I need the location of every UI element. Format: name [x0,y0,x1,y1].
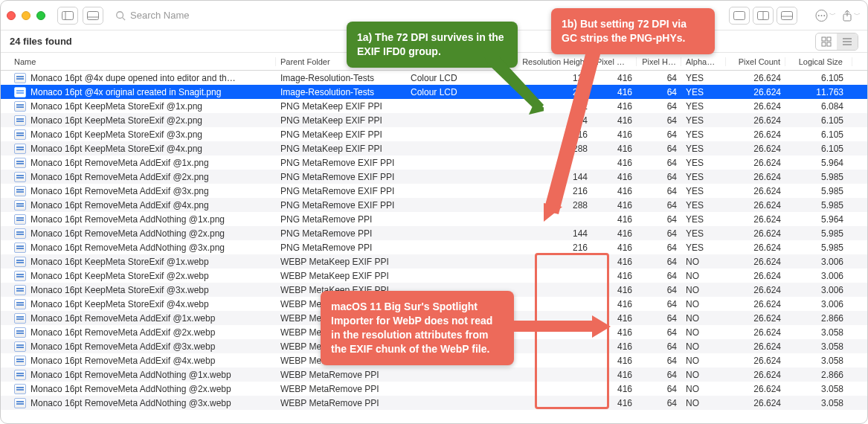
cell-ph: 64 [637,398,681,408]
cell-lsize: 5.964 [785,214,852,225]
table-row[interactable]: Monaco 16pt RemoveMeta AddExif @4x.pngPN… [1,198,867,212]
cell-name: Monaco 16pt RemoveMeta AddExif @2x.webp [1,327,276,338]
cell-parent: WEBP MetaKeep EXIF PPI [276,257,406,267]
cell-ph: 64 [637,158,681,168]
minimize-window-button[interactable] [22,11,30,20]
sidebar-toggle-button[interactable] [57,7,78,25]
chevron-down-icon: ﹀ [854,10,861,20]
cell-parent: PNG MetaRemove EXIF PPI [276,200,406,211]
col-ph[interactable]: Pixel H… [637,57,681,66]
annotation-webp: macOS 11 Big Sur's Spotlight Importer fo… [321,291,514,365]
svg-rect-2 [88,11,99,19]
file-icon [14,384,26,394]
cell-parent: PNG MetaRemove EXIF PPI [276,158,406,168]
cell-parent: PNG MetaKeep EXIF PPI [276,101,406,112]
col-alpha[interactable]: Alpha… [681,57,726,66]
cell-ph: 64 [637,115,681,126]
cell-alpha: NO [681,313,726,324]
cell-ph: 64 [637,214,681,225]
share-button[interactable]: ﹀ [840,7,861,25]
table-row[interactable]: Monaco 16pt RemoveMeta AddNothing @2x.pn… [1,226,867,240]
col-name[interactable]: Name [1,57,276,66]
annotation-1b-arrow [544,43,618,222]
cell-parent: Image-Resolution-Tests [276,87,406,97]
close-window-button[interactable] [7,11,16,20]
svg-rect-18 [827,37,831,41]
cell-pcount: 26.624 [726,214,785,225]
table-body[interactable]: Monaco 16pt @4x dupe opened into editor … [1,71,867,424]
cell-alpha: YES [681,172,726,182]
cell-lsize: 5.985 [785,228,852,239]
cell-pcount: 26.624 [726,341,785,352]
cell-ph: 64 [637,101,681,112]
cell-lsize: 3.006 [785,285,852,295]
cell-name: Monaco 16pt KeepMeta StoreExif @4x.webp [1,299,276,309]
cell-alpha: YES [681,242,726,253]
table-row[interactable]: Monaco 16pt KeepMeta StoreExif @3x.pngPN… [1,127,867,141]
cell-ph: 64 [637,129,681,140]
chevron-down-icon: ﹀ [829,10,836,20]
share-icon [842,10,852,22]
cell-alpha: YES [681,129,726,140]
actions-menu-button[interactable]: ﹀ [815,7,836,25]
table-row[interactable]: Monaco 16pt RemoveMeta AddNothing @1x.pn… [1,212,867,226]
cell-name: Monaco 16pt RemoveMeta AddNothing @2x.we… [1,384,276,394]
cell-parent: PNG MetaRemove PPI [276,242,406,253]
table-row[interactable]: Monaco 16pt KeepMeta StoreExif @1x.webpW… [1,254,867,269]
table-row[interactable]: Monaco 16pt KeepMeta StoreExif @2x.webpW… [1,269,867,283]
file-icon [14,73,26,83]
cell-parent: WEBP MetaRemove PPI [276,384,406,394]
table-row[interactable]: Monaco 16pt KeepMeta StoreExif @4x.pngPN… [1,141,867,155]
table-row[interactable]: Monaco 16pt RemoveMeta AddNothing @3x.pn… [1,240,867,254]
layout-1-button[interactable] [729,7,750,25]
table-row[interactable]: Monaco 16pt RemoveMeta AddNothing @1x.we… [1,367,867,382]
file-icon [14,144,26,154]
table-row[interactable]: Monaco 16pt RemoveMeta AddNothing @2x.we… [1,382,867,396]
table-row[interactable]: Monaco 16pt KeepMeta StoreExif @1x.pngPN… [1,99,867,113]
table-row[interactable]: Monaco 16pt @4x original created in Snag… [1,85,867,99]
file-icon [14,257,26,267]
sidebar-icon [62,11,74,20]
cell-ph: 64 [637,242,681,253]
cell-pcount: 26.624 [726,200,785,211]
view-mode-segment[interactable] [815,33,858,51]
cell-ph: 64 [637,313,681,324]
list-icon [842,36,852,47]
app-window: Search Name ﹀ ﹀ 24 files found Name Pare… [0,0,868,424]
table-row[interactable]: Monaco 16pt KeepMeta StoreExif @2x.pngPN… [1,113,867,127]
cell-ph: 64 [637,370,681,380]
search-field[interactable]: Search Name [115,10,324,21]
table-row[interactable]: Monaco 16pt RemoveMeta AddExif @1x.pngPN… [1,155,867,170]
cell-name: Monaco 16pt @4x original created in Snag… [1,87,276,97]
file-icon [14,356,26,366]
col-pcount[interactable]: Pixel Count [726,57,785,66]
cell-name: Monaco 16pt RemoveMeta AddNothing @2x.pn… [1,228,276,239]
table-row[interactable]: Monaco 16pt @4x dupe opened into editor … [1,71,867,85]
zoom-window-button[interactable] [36,11,45,20]
cell-lsize: 3.006 [785,257,852,267]
cell-name: Monaco 16pt RemoveMeta AddNothing @1x.we… [1,370,276,380]
cell-ph: 64 [637,257,681,267]
cell-pcount: 26.624 [726,313,785,324]
table-row[interactable]: Monaco 16pt RemoveMeta AddExif @2x.pngPN… [1,170,867,184]
cell-pcount: 26.624 [726,242,785,253]
layout-3-button[interactable] [777,7,797,25]
cell-name: Monaco 16pt KeepMeta StoreExif @1x.webp [1,257,276,267]
cell-name: Monaco 16pt RemoveMeta AddExif @4x.png [1,200,276,211]
cell-pcount: 26.624 [726,398,785,408]
table-row[interactable]: Monaco 16pt RemoveMeta AddNothing @3x.we… [1,396,867,410]
file-icon [14,200,26,211]
cell-alpha: NO [681,299,726,309]
svg-marker-26 [544,43,603,214]
file-icon [14,271,26,281]
cell-name: Monaco 16pt RemoveMeta AddExif @1x.webp [1,313,276,324]
cell-pw: 416 [592,242,637,253]
table-row[interactable]: Monaco 16pt RemoveMeta AddExif @3x.pngPN… [1,184,867,198]
path-toggle-button[interactable] [83,7,103,25]
col-lsize[interactable]: Logical Size [785,57,852,66]
search-placeholder: Search Name [130,10,189,21]
list-view-button[interactable] [837,33,858,50]
file-icon [14,327,26,338]
grid-view-button[interactable] [816,33,837,50]
layout-2-button[interactable] [753,7,774,25]
